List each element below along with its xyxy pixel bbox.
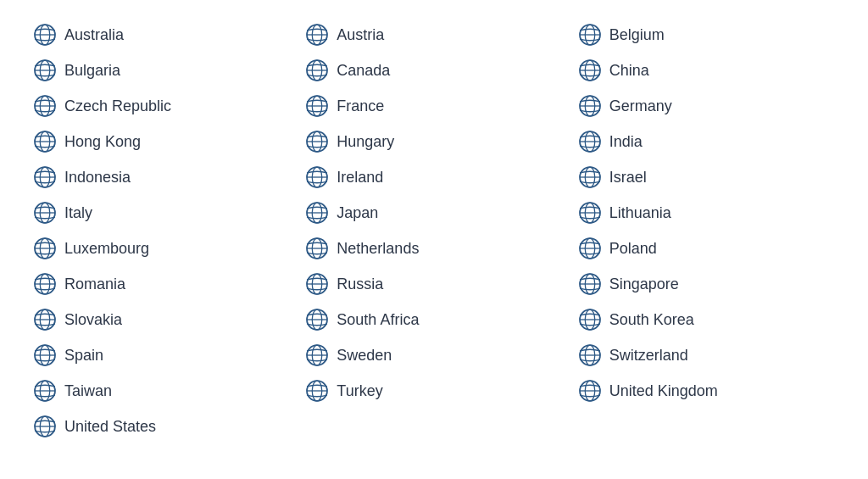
country-name: Romania: [64, 276, 125, 293]
globe-icon: [579, 237, 601, 259]
globe-icon: [306, 344, 328, 366]
country-name: Italy: [64, 204, 92, 222]
country-item[interactable]: Belgium: [570, 17, 843, 53]
country-name: China: [609, 62, 649, 80]
country-item[interactable]: Luxembourg: [25, 231, 298, 266]
globe-icon: [306, 166, 328, 188]
country-item[interactable]: Spain: [25, 337, 298, 373]
country-column-2: AustriaCanadaFranceHungaryIrelandJapanNe…: [298, 17, 570, 444]
country-item[interactable]: United Kingdom: [570, 373, 843, 409]
country-item[interactable]: Sweden: [298, 337, 570, 373]
globe-icon: [34, 309, 56, 331]
country-name: Indonesia: [64, 169, 131, 187]
country-item[interactable]: Bulgaria: [25, 53, 298, 88]
country-name: Czech Republic: [64, 97, 171, 115]
country-item[interactable]: Hong Kong: [25, 124, 298, 159]
globe-icon: [306, 24, 328, 46]
country-item[interactable]: China: [570, 53, 843, 88]
country-item[interactable]: Ireland: [298, 159, 570, 195]
country-item[interactable]: Austria: [298, 17, 570, 53]
globe-icon: [579, 166, 601, 188]
country-name: Russia: [337, 276, 383, 293]
globe-icon: [306, 380, 328, 402]
country-item[interactable]: Israel: [570, 159, 843, 195]
country-name: Ireland: [337, 169, 383, 187]
globe-icon: [579, 273, 601, 295]
globe-icon: [579, 24, 601, 46]
globe-icon: [34, 415, 56, 437]
country-name: Canada: [337, 62, 390, 80]
country-name: Bulgaria: [64, 62, 120, 80]
country-item[interactable]: Singapore: [570, 266, 843, 302]
globe-icon: [34, 131, 56, 153]
country-name: Luxembourg: [64, 240, 149, 258]
country-item[interactable]: Poland: [570, 231, 843, 266]
country-name: United States: [64, 418, 156, 436]
globe-icon: [34, 380, 56, 402]
country-item[interactable]: France: [298, 88, 570, 124]
country-name: Singapore: [609, 276, 679, 293]
country-name: Hong Kong: [64, 133, 141, 151]
globe-icon: [579, 131, 601, 153]
globe-icon: [306, 309, 328, 331]
country-name: Japan: [337, 204, 378, 222]
country-column-1: AustraliaBulgariaCzech RepublicHong Kong…: [25, 17, 298, 444]
country-name: Austria: [337, 26, 384, 44]
country-item[interactable]: Romania: [25, 266, 298, 302]
globe-icon: [306, 273, 328, 295]
country-item[interactable]: Russia: [298, 266, 570, 302]
globe-icon: [306, 131, 328, 153]
country-item[interactable]: Germany: [570, 88, 843, 124]
country-item[interactable]: Indonesia: [25, 159, 298, 195]
country-item[interactable]: Switzerland: [570, 337, 843, 373]
globe-icon: [579, 202, 601, 224]
globe-icon: [306, 59, 328, 81]
country-name: Israel: [609, 169, 647, 187]
country-item[interactable]: Australia: [25, 17, 298, 53]
country-item[interactable]: Canada: [298, 53, 570, 88]
country-name: Spain: [64, 347, 103, 365]
country-item[interactable]: Italy: [25, 195, 298, 231]
globe-icon: [34, 95, 56, 117]
globe-icon: [34, 344, 56, 366]
country-item[interactable]: Taiwan: [25, 373, 298, 409]
globe-icon: [34, 166, 56, 188]
country-item[interactable]: United States: [25, 409, 298, 444]
country-name: Taiwan: [64, 382, 112, 400]
globe-icon: [34, 273, 56, 295]
country-name: Germany: [609, 97, 672, 115]
country-item[interactable]: South Africa: [298, 302, 570, 337]
country-name: Switzerland: [609, 347, 688, 365]
globe-icon: [34, 59, 56, 81]
country-name: Australia: [64, 26, 124, 44]
globe-icon: [306, 237, 328, 259]
country-name: Belgium: [609, 26, 665, 44]
globe-icon: [306, 202, 328, 224]
country-name: United Kingdom: [609, 382, 718, 400]
globe-icon: [34, 24, 56, 46]
globe-icon: [306, 95, 328, 117]
country-item[interactable]: Slovakia: [25, 302, 298, 337]
country-name: Turkey: [337, 382, 382, 400]
country-item[interactable]: Hungary: [298, 124, 570, 159]
country-item[interactable]: India: [570, 124, 843, 159]
globe-icon: [579, 380, 601, 402]
country-item[interactable]: Japan: [298, 195, 570, 231]
country-name: Sweden: [337, 347, 392, 365]
globe-icon: [579, 309, 601, 331]
country-item[interactable]: Turkey: [298, 373, 570, 409]
country-item[interactable]: Netherlands: [298, 231, 570, 266]
country-name: Hungary: [337, 133, 394, 151]
country-name: Netherlands: [337, 240, 419, 258]
globe-icon: [34, 237, 56, 259]
country-name: South Korea: [609, 311, 694, 329]
globe-icon: [579, 344, 601, 366]
country-name: Poland: [609, 240, 657, 258]
country-name: France: [337, 97, 384, 115]
country-item[interactable]: South Korea: [570, 302, 843, 337]
globe-icon: [34, 202, 56, 224]
country-column-3: BelgiumChinaGermanyIndiaIsraelLithuaniaP…: [570, 17, 843, 444]
country-item[interactable]: Lithuania: [570, 195, 843, 231]
country-item[interactable]: Czech Republic: [25, 88, 298, 124]
country-name: India: [609, 133, 643, 151]
